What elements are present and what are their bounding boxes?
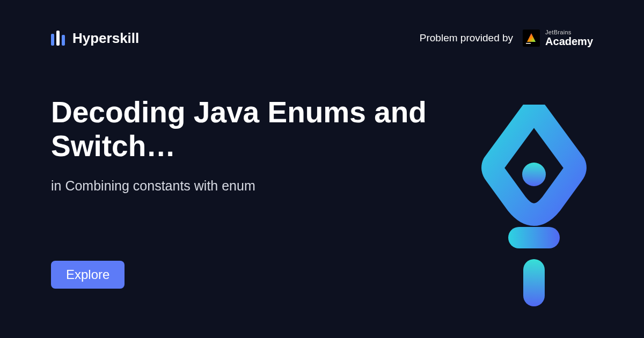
brand-logo[interactable]: Hyperskill	[51, 30, 139, 47]
header: Hyperskill Problem provided by	[0, 0, 644, 47]
svg-marker-0	[527, 33, 536, 42]
jetbrains-icon	[523, 30, 540, 47]
pen-decoration-icon	[475, 105, 593, 308]
provider-label: Problem provided by	[420, 32, 513, 44]
svg-rect-3	[508, 227, 560, 248]
academy-text: JetBrains Academy	[545, 30, 593, 47]
provider-group: Problem provided by JetBrains	[420, 30, 593, 47]
svg-point-2	[522, 163, 546, 186]
explore-button[interactable]: Explore	[51, 261, 125, 289]
svg-rect-1	[526, 43, 531, 44]
page-title: Decoding Java Enums and Switch…	[51, 95, 459, 164]
academy-bottom-label: Academy	[545, 36, 593, 47]
academy-logo[interactable]: JetBrains Academy	[523, 30, 593, 47]
brand-name: Hyperskill	[72, 30, 139, 47]
svg-rect-4	[523, 259, 545, 306]
academy-top-label: JetBrains	[545, 30, 593, 36]
hyperskill-icon	[51, 31, 66, 46]
